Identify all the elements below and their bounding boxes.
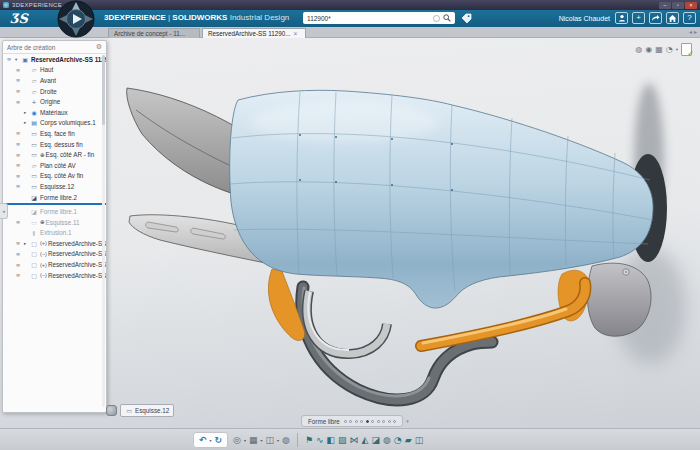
- page-dot[interactable]: [393, 420, 396, 423]
- shaded-view-button-icon[interactable]: ◎: [233, 433, 241, 447]
- surface-tool-3-icon[interactable]: ◧: [327, 433, 336, 447]
- surface-tool-5-icon[interactable]: ⋈: [350, 433, 359, 447]
- gear-icon[interactable]: ⚙: [96, 43, 102, 51]
- page-dot[interactable]: [382, 420, 385, 423]
- plane-view-button-icon[interactable]: ◫: [266, 433, 275, 447]
- tree-item[interactable]: ▸▤Corps volumiques.1: [3, 118, 106, 129]
- surface-tool-6-icon[interactable]: ◭: [362, 433, 369, 447]
- search-icon[interactable]: [443, 14, 451, 22]
- share-button[interactable]: [649, 12, 662, 24]
- tree-item[interactable]: ∞▭Esq. dessus fin: [3, 139, 106, 150]
- search-clear-icon[interactable]: [433, 15, 440, 22]
- home-button[interactable]: [666, 12, 679, 24]
- tree-item[interactable]: ∞▢(−)ReservedArchive-SS 1121: [3, 249, 106, 260]
- visibility-glasses-icon[interactable]: ∞: [12, 272, 24, 278]
- tree-item[interactable]: ∞▢(−)ReservedArchive-SS 1013: [3, 270, 106, 281]
- surface-tool-4-icon[interactable]: ▨: [338, 433, 347, 447]
- visibility-glasses-icon[interactable]: ∞: [12, 99, 24, 105]
- tree-item[interactable]: ∞▱Haut: [3, 65, 106, 76]
- manipulator-icon[interactable]: [106, 405, 117, 416]
- section-view-icon[interactable]: ◔: [666, 45, 673, 54]
- page-dot[interactable]: [360, 420, 363, 423]
- tree-item[interactable]: ▸◉Matériaux: [3, 107, 106, 118]
- section-dots[interactable]: [344, 420, 397, 423]
- surface-tool-2-icon[interactable]: ∿: [316, 433, 324, 447]
- page-dot[interactable]: [371, 420, 374, 423]
- save-validate-button[interactable]: ✓: [681, 43, 692, 56]
- tab-archive-concept[interactable]: Archive de concept - 11...: [108, 28, 200, 38]
- tree-item[interactable]: ∞▱Plan côté AV: [3, 160, 106, 171]
- tree-item[interactable]: ∞▱Droite: [3, 86, 106, 97]
- rear-cap[interactable]: [587, 263, 651, 336]
- visibility-glasses-icon[interactable]: ∞: [12, 240, 24, 246]
- chevron-down-icon[interactable]: ▾: [261, 438, 263, 443]
- chevron-down-icon[interactable]: ▾: [676, 47, 678, 52]
- update-button-icon[interactable]: ↻: [215, 433, 223, 447]
- page-dot[interactable]: [366, 420, 369, 423]
- surface-tool-1-icon[interactable]: ⚑: [305, 433, 313, 447]
- section-chevron-icon[interactable]: ▾: [406, 418, 409, 424]
- user-profile-button[interactable]: [615, 12, 628, 24]
- page-dot[interactable]: [355, 420, 358, 423]
- visibility-glasses-icon[interactable]: ∞: [3, 56, 15, 62]
- visibility-glasses-icon[interactable]: ∞: [12, 183, 24, 189]
- tree-scrollbar[interactable]: [102, 55, 105, 407]
- visibility-glasses-icon[interactable]: ∞: [12, 162, 24, 168]
- panel-collapse-arrow[interactable]: ◂: [0, 203, 8, 219]
- tree-item[interactable]: ∞▭Esq. côté Av fin: [3, 171, 106, 182]
- tree-item[interactable]: ∞▭Esquisse.12: [3, 181, 106, 192]
- active-sketch-chip[interactable]: ▭ Esquisse.12: [120, 404, 174, 417]
- section-pill[interactable]: Forme libre: [301, 415, 403, 427]
- help-button[interactable]: ?: [683, 12, 696, 24]
- visibility-glasses-icon[interactable]: ∞: [12, 152, 24, 158]
- spring-lever-loop[interactable]: [307, 291, 387, 354]
- tree-item[interactable]: ∞▭⊕Esq. côté AR - fin: [3, 149, 106, 160]
- surface-tool-9-icon[interactable]: ◔: [394, 433, 402, 447]
- search-input[interactable]: [303, 15, 433, 22]
- visibility-glasses-icon[interactable]: ∞: [12, 251, 24, 257]
- surface-tool-8-icon[interactable]: ◍: [383, 433, 391, 447]
- visibility-glasses-icon[interactable]: ∞: [12, 141, 24, 147]
- visibility-glasses-icon[interactable]: ∞: [12, 88, 24, 94]
- visibility-glasses-icon[interactable]: ∞: [12, 219, 24, 225]
- minimize-button[interactable]: –: [659, 2, 671, 9]
- grid-view-button-icon[interactable]: ▦: [249, 433, 258, 447]
- wireframe-view-button-icon[interactable]: ◍: [282, 433, 290, 447]
- visibility-glasses-icon[interactable]: ∞: [12, 173, 24, 179]
- chevron-down-icon[interactable]: ▾: [277, 438, 279, 443]
- page-dot[interactable]: [388, 420, 391, 423]
- undo-button-icon[interactable]: ↶: [199, 433, 207, 447]
- rollback-bar[interactable]: [3, 203, 106, 205]
- add-content-button[interactable]: +: [632, 12, 645, 24]
- surface-tool-7-icon[interactable]: ◪: [371, 433, 380, 447]
- grid-display-icon[interactable]: ▦: [655, 45, 663, 54]
- chevron-down-icon[interactable]: ▾: [210, 438, 212, 443]
- visibility-glasses-icon[interactable]: ∞: [12, 262, 24, 268]
- tree-item[interactable]: ∞▭Esq. face fin: [3, 128, 106, 139]
- dassault-logo-icon[interactable]: ƷS: [10, 10, 28, 27]
- visibility-glasses-icon[interactable]: ∞: [12, 77, 24, 83]
- tree-item[interactable]: ∞▱Avant: [3, 75, 106, 86]
- tab-reserved-archive[interactable]: ReservedArchive-SS 11290... ×: [202, 28, 306, 38]
- tab-scroll-arrows[interactable]: ◂ ▸: [689, 28, 697, 35]
- search-box[interactable]: [303, 12, 455, 24]
- tree-item[interactable]: ∞▭⊕Esquisse.11: [3, 217, 106, 228]
- close-button[interactable]: ×: [685, 2, 697, 9]
- surface-tool-11-icon[interactable]: ◫: [415, 433, 424, 447]
- surface-tool-10-icon[interactable]: ▰: [405, 433, 412, 447]
- render-style-icon[interactable]: ◍: [635, 45, 642, 54]
- page-dot[interactable]: [349, 420, 352, 423]
- tree-item[interactable]: ◪Forme libre.1: [3, 206, 106, 217]
- tree-item[interactable]: ▮Extrusion.1: [3, 228, 106, 239]
- page-dot[interactable]: [344, 420, 347, 423]
- user-name[interactable]: Nicolas Chaudet: [559, 15, 610, 22]
- page-dot[interactable]: [377, 420, 380, 423]
- tree-item[interactable]: ∞▢(+)ReservedArchive-SS 1128: [3, 259, 106, 270]
- tag-icon[interactable]: [461, 13, 472, 24]
- visibility-glasses-icon[interactable]: ∞: [12, 67, 24, 73]
- view-options-icon[interactable]: ◉: [645, 45, 652, 54]
- compass-icon[interactable]: [57, 0, 95, 38]
- tree-item[interactable]: ◪Forme libre.2: [3, 192, 106, 203]
- tree-item[interactable]: ∞▾▣ReservedArchive-SS 112900_Dé: [3, 54, 106, 65]
- tree-item[interactable]: ∞+Origine: [3, 96, 106, 107]
